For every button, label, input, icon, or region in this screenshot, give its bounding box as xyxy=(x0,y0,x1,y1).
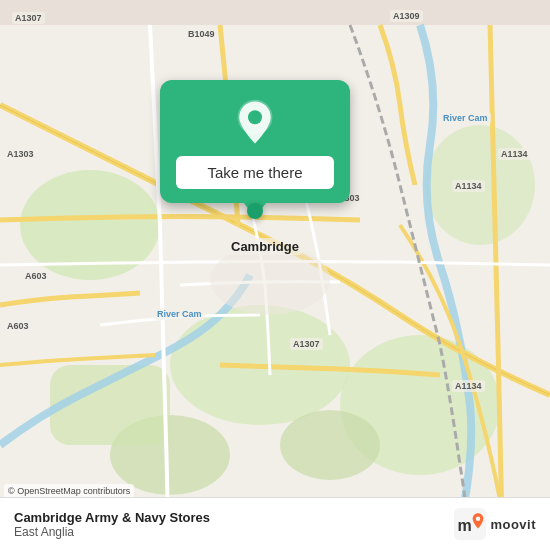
svg-point-6 xyxy=(280,410,380,480)
map-pin-dot xyxy=(247,203,263,219)
svg-point-8 xyxy=(210,245,330,315)
svg-text:m: m xyxy=(458,517,472,534)
svg-point-10 xyxy=(248,110,262,124)
road-label-a1303-left: A1303 xyxy=(4,148,37,160)
cambridge-city-label: Cambridge xyxy=(228,238,302,255)
moovit-logo: m moovit xyxy=(454,508,536,540)
location-pin-icon xyxy=(231,98,279,146)
road-label-a1307-bot: A1307 xyxy=(290,338,323,350)
road-label-a1309: A1309 xyxy=(390,10,423,22)
road-label-a1134-right: A1134 xyxy=(498,148,531,160)
take-me-there-button[interactable]: Take me there xyxy=(176,156,334,189)
road-label-a603-bot: A603 xyxy=(4,320,32,332)
map-container: A1307 B1049 A1309 A1303 A1303 A1134 A113… xyxy=(0,0,550,550)
location-info: Cambridge Army & Navy Stores East Anglia xyxy=(14,510,210,539)
river-cam-top-label: River Cam xyxy=(440,112,491,124)
location-name: Cambridge Army & Navy Stores xyxy=(14,510,210,525)
popup-bubble: Take me there xyxy=(160,80,350,203)
road-label-a1134-top: A1134 xyxy=(452,180,485,192)
location-region: East Anglia xyxy=(14,525,210,539)
osm-attribution: © OpenStreetMap contributors xyxy=(4,484,134,498)
svg-point-13 xyxy=(476,516,480,520)
road-label-a1134-bot: A1134 xyxy=(452,380,485,392)
river-cam-bot-label: River Cam xyxy=(154,308,205,320)
popup-card: Take me there xyxy=(155,80,355,219)
moovit-text: moovit xyxy=(490,517,536,532)
moovit-logo-icon: m xyxy=(454,508,486,540)
bottom-bar: Cambridge Army & Navy Stores East Anglia… xyxy=(0,497,550,550)
road-label-a1307-top: A1307 xyxy=(12,12,45,24)
road-label-b1049: B1049 xyxy=(185,28,218,40)
road-label-a603-mid: A603 xyxy=(22,270,50,282)
